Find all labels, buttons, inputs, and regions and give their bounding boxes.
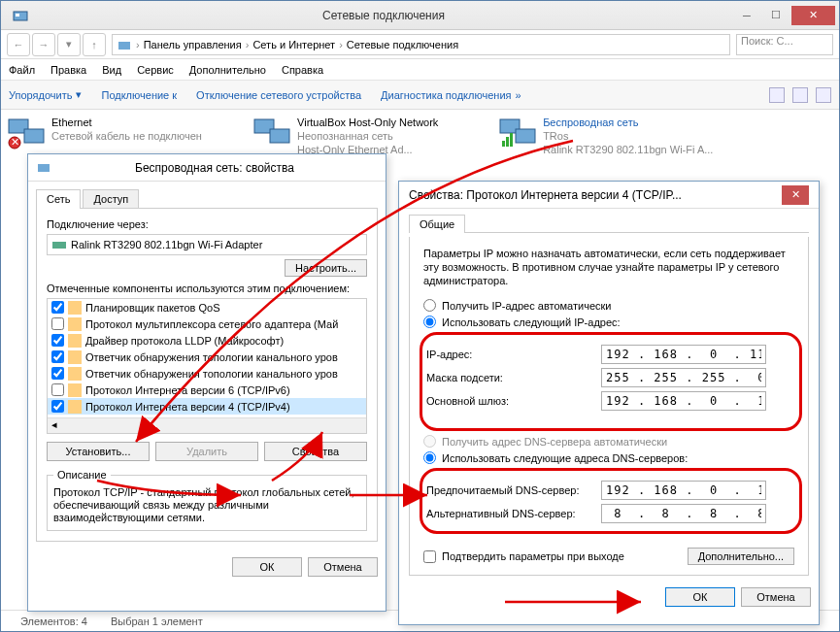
network-icon — [117, 37, 132, 52]
menu-tools[interactable]: Сервис — [137, 64, 174, 76]
back-button[interactable]: ← — [7, 33, 30, 56]
search-box[interactable]: Поиск: С... — [736, 34, 833, 55]
gateway-input[interactable] — [601, 391, 766, 411]
validate-checkbox[interactable] — [423, 550, 436, 563]
svg-rect-11 — [502, 141, 505, 147]
disable-device-button[interactable]: Отключение сетевого устройства — [196, 89, 361, 101]
nic-icon — [51, 237, 67, 252]
component-ipv4[interactable]: Протокол Интернета версии 4 (TCP/IPv4) — [48, 398, 366, 415]
cancel-button[interactable]: Отмена — [308, 557, 378, 577]
dialog-title: Беспроводная сеть: свойства — [51, 161, 378, 175]
menu-file[interactable]: Файл — [9, 64, 35, 76]
menu-help[interactable]: Справка — [282, 64, 323, 76]
component-icon — [68, 400, 82, 414]
svg-rect-10 — [516, 129, 535, 143]
radio-use-dns[interactable]: Использовать следующие адреса DNS-сервер… — [423, 451, 794, 464]
component-lltd2[interactable]: Ответчик обнаружения топологии канальног… — [48, 365, 366, 382]
tab-sharing[interactable]: Доступ — [83, 189, 139, 209]
close-button[interactable]: ✕ — [782, 185, 809, 205]
vbox-icon — [252, 116, 291, 150]
svg-rect-14 — [38, 164, 50, 172]
view-options-button[interactable] — [769, 87, 785, 103]
tab-network[interactable]: Сеть — [36, 189, 81, 209]
dialog-titlebar: Свойства: Протокол Интернета версии 4 (T… — [399, 182, 819, 209]
properties-button[interactable]: Свойства — [264, 442, 367, 461]
titlebar: Сетевые подключения ─ ☐ ✕ — [1, 1, 839, 30]
adapter-wireless[interactable]: Беспроводная сеть TRos Ralink RT3290 802… — [498, 116, 741, 156]
svg-rect-8 — [270, 129, 289, 143]
install-button[interactable]: Установить... — [47, 442, 150, 461]
status-selected: Выбран 1 элемент — [111, 615, 203, 627]
breadcrumb-item[interactable]: Панель управления — [144, 39, 242, 50]
menu-edit[interactable]: Правка — [50, 64, 86, 76]
alternate-dns-input[interactable] — [601, 504, 766, 523]
connected-via-label: Подключение через: — [47, 218, 367, 230]
radio-use-ip[interactable]: Использовать следующий IP-адрес: — [423, 316, 794, 328]
breadcrumb-item[interactable]: Сетевые подключения — [347, 39, 458, 50]
network-folder-icon — [13, 8, 28, 23]
menu-advanced[interactable]: Дополнительно — [189, 64, 266, 76]
navigation-bar: ← → ▾ ↑ › Панель управления › Сеть и Инт… — [1, 30, 839, 59]
subnet-mask-input[interactable] — [601, 368, 766, 387]
ethernet-icon: ✕ — [7, 116, 46, 150]
command-bar: Упорядочить ▾ Подключение к Отключение с… — [1, 81, 839, 110]
help-icon[interactable] — [816, 87, 831, 103]
svg-rect-15 — [52, 242, 66, 249]
components-label: Отмеченные компоненты используются этим … — [47, 283, 367, 294]
component-icon — [68, 301, 82, 315]
ok-button[interactable]: ОК — [665, 587, 735, 607]
advanced-button[interactable]: Дополнительно... — [688, 548, 794, 565]
svg-text:✕: ✕ — [11, 136, 19, 148]
wifi-icon — [498, 116, 537, 150]
minimize-button[interactable]: ─ — [733, 6, 760, 25]
component-lldp[interactable]: Драйвер протокола LLDP (Майкрософт) — [48, 332, 366, 349]
component-icon — [68, 334, 82, 348]
svg-rect-1 — [16, 14, 19, 17]
ipv4-properties-dialog: Свойства: Протокол Интернета версии 4 (T… — [398, 181, 820, 625]
menu-bar: Файл Правка Вид Сервис Дополнительно Спр… — [1, 59, 839, 81]
breadcrumb-item[interactable]: Сеть и Интернет — [252, 39, 335, 50]
svg-rect-12 — [506, 137, 509, 147]
ok-button[interactable]: ОК — [232, 557, 302, 577]
remove-button: Удалить — [155, 442, 258, 461]
components-list[interactable]: Планировщик пакетов QoS Протокол мультип… — [47, 298, 367, 434]
component-ipv6[interactable]: Протокол Интернета версии 6 (TCP/IPv6) — [48, 382, 366, 398]
horizontal-scrollbar[interactable]: ◂ — [48, 417, 366, 433]
component-icon — [68, 367, 82, 381]
description-box: Описание Протокол TCP/IP - стандартный п… — [47, 469, 367, 531]
organize-button[interactable]: Упорядочить ▾ — [9, 88, 82, 101]
ip-address-input[interactable] — [601, 345, 766, 364]
address-bar[interactable]: › Панель управления › Сеть и Интернет › … — [112, 34, 730, 55]
dialog-titlebar: Беспроводная сеть: свойства — [28, 154, 386, 182]
radio-auto-ip[interactable]: Получить IP-адрес автоматически — [423, 299, 794, 312]
tab-general[interactable]: Общие — [409, 215, 465, 233]
forward-button[interactable]: → — [32, 33, 55, 56]
adapter-virtualbox[interactable]: VirtualBox Host-Only Network Неопознанна… — [252, 116, 495, 156]
connect-to-button[interactable]: Подключение к — [101, 89, 177, 101]
svg-rect-13 — [510, 133, 513, 147]
close-button[interactable]: ✕ — [791, 6, 835, 25]
component-lltd1[interactable]: Ответчик обнаружения топологии канальног… — [48, 349, 366, 365]
adapter-name-box: Ralink RT3290 802.11bgn Wi-Fi Adapter — [47, 234, 367, 255]
radio-auto-dns: Получить адрес DNS-сервера автоматически — [423, 435, 794, 448]
intro-text: Параметры IP можно назначать автоматичес… — [423, 247, 794, 287]
menu-view[interactable]: Вид — [102, 64, 121, 76]
component-icon — [68, 350, 82, 364]
recent-dropdown[interactable]: ▾ — [57, 33, 81, 56]
adapter-icon — [36, 160, 51, 176]
preview-pane-button[interactable] — [792, 87, 808, 103]
cancel-button[interactable]: Отмена — [741, 587, 811, 607]
component-mux[interactable]: Протокол мультиплексора сетевого адаптер… — [48, 316, 366, 332]
svg-rect-4 — [24, 129, 44, 143]
dns-highlight: Предпочитаемый DNS-сервер: Альтернативны… — [420, 468, 802, 534]
component-qos[interactable]: Планировщик пакетов QoS — [48, 299, 366, 316]
diagnose-button[interactable]: Диагностика подключения » — [381, 89, 521, 101]
dialog-title: Свойства: Протокол Интернета версии 4 (T… — [409, 188, 782, 202]
up-button[interactable]: ↑ — [83, 33, 106, 56]
maximize-button[interactable]: ☐ — [762, 6, 790, 25]
adapter-ethernet[interactable]: ✕ Ethernet Сетевой кабель не подключен — [7, 116, 250, 150]
preferred-dns-input[interactable] — [601, 481, 766, 500]
window-title: Сетевые подключения — [36, 9, 731, 22]
configure-button[interactable]: Настроить... — [285, 259, 367, 277]
status-count: Элементов: 4 — [20, 615, 87, 627]
